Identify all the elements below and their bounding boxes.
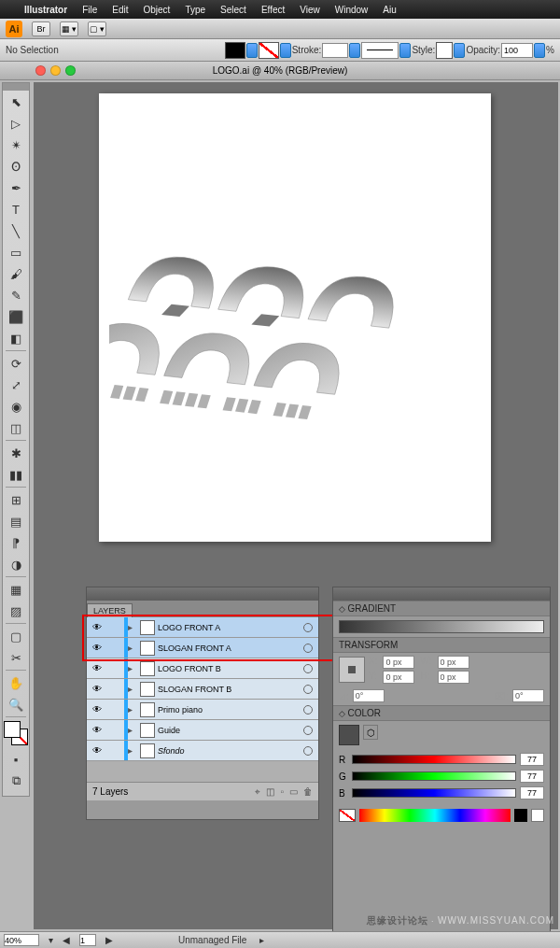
- minimize-window-icon[interactable]: [50, 65, 61, 76]
- stroke-weight-input[interactable]: [322, 43, 348, 58]
- target-icon[interactable]: [303, 623, 313, 632]
- disclosure-icon[interactable]: ▸: [128, 745, 137, 756]
- brush-dropdown[interactable]: [399, 43, 411, 58]
- disclosure-icon[interactable]: ▸: [128, 704, 137, 715]
- layer-name[interactable]: SLOGAN FRONT B: [158, 685, 303, 694]
- new-layer-icon[interactable]: ▭: [289, 786, 298, 798]
- zoom-window-icon[interactable]: [65, 65, 76, 76]
- reference-point-icon[interactable]: [339, 657, 365, 683]
- menu-aiu[interactable]: Aiu: [383, 5, 396, 15]
- menu-file[interactable]: File: [82, 5, 97, 15]
- disclosure-icon[interactable]: ▸: [128, 643, 137, 653]
- layer-row[interactable]: 👁▸LOGO FRONT A: [87, 617, 318, 638]
- delete-layer-icon[interactable]: 🗑: [303, 786, 313, 798]
- hand-tool[interactable]: ✋: [4, 672, 28, 693]
- gradient-tool[interactable]: ▤: [4, 511, 28, 531]
- menu-view[interactable]: View: [300, 5, 320, 15]
- symbol-sprayer-tool[interactable]: ✱: [4, 443, 28, 463]
- direct-selection-tool[interactable]: ▷: [4, 113, 28, 134]
- warp-tool[interactable]: ◉: [4, 396, 28, 417]
- free-transform-tool[interactable]: ◫: [4, 417, 28, 438]
- disclosure-icon[interactable]: ▸: [128, 663, 137, 673]
- visibility-icon[interactable]: 👁: [87, 663, 107, 673]
- opacity-input[interactable]: [501, 43, 533, 58]
- status-dropdown-icon[interactable]: ▸: [259, 935, 264, 945]
- layer-name[interactable]: SLOGAN FRONT A: [158, 644, 303, 653]
- eraser-tool[interactable]: ◧: [4, 328, 28, 348]
- artboard-tool[interactable]: ▢: [4, 626, 28, 646]
- page-prev-icon[interactable]: ◀: [63, 935, 70, 945]
- disclosure-icon[interactable]: ▸: [128, 684, 137, 694]
- visibility-icon[interactable]: 👁: [87, 684, 107, 694]
- y-input[interactable]: [383, 671, 414, 684]
- layer-row[interactable]: 👁▸Guide: [87, 720, 318, 741]
- r-slider[interactable]: [352, 755, 516, 764]
- eyedropper-tool[interactable]: ⁋: [4, 532, 28, 553]
- g-input[interactable]: [520, 770, 544, 783]
- layer-name[interactable]: Primo piano: [158, 705, 303, 715]
- target-icon[interactable]: [303, 726, 313, 735]
- selection-tool[interactable]: ⬉: [4, 92, 28, 112]
- stroke-dropdown[interactable]: [280, 43, 291, 58]
- page-next-icon[interactable]: ▶: [105, 935, 113, 945]
- menu-select[interactable]: Select: [220, 5, 246, 15]
- fill-stroke-control[interactable]: [4, 721, 28, 745]
- gradient-section-header[interactable]: ◇ GRADIENT: [333, 601, 550, 616]
- style-swatch[interactable]: [436, 42, 453, 59]
- disclosure-icon[interactable]: ▸: [128, 725, 137, 735]
- paintbrush-tool[interactable]: 🖌: [4, 263, 28, 284]
- brush-select[interactable]: [361, 42, 399, 59]
- locate-object-icon[interactable]: ⌖: [255, 786, 260, 798]
- mesh-tool[interactable]: ⊞: [4, 489, 28, 510]
- w-input[interactable]: [438, 656, 469, 669]
- menu-type[interactable]: Type: [185, 5, 205, 15]
- color-mode-icon[interactable]: ▪: [4, 749, 28, 770]
- layer-row[interactable]: 👁▸SLOGAN FRONT B: [87, 679, 318, 700]
- menu-edit[interactable]: Edit: [112, 5, 128, 15]
- gradient-preview[interactable]: [339, 620, 544, 633]
- none-color-icon[interactable]: [339, 809, 356, 822]
- pen-tool[interactable]: ✒: [4, 177, 28, 198]
- color-fill-swatch[interactable]: [339, 725, 359, 745]
- stroke-weight-dropdown[interactable]: [349, 43, 360, 58]
- blob-brush-tool[interactable]: ⬛: [4, 306, 28, 327]
- x-input[interactable]: [383, 656, 414, 669]
- live-paint-selection-tool[interactable]: ▨: [4, 601, 28, 621]
- stroke-swatch[interactable]: [259, 42, 279, 59]
- panel-grip-icon[interactable]: [3, 83, 29, 91]
- bridge-button[interactable]: Br: [32, 21, 50, 36]
- layer-row[interactable]: 👁▸LOGO FRONT B: [87, 658, 318, 679]
- graph-tool[interactable]: ▮▮: [4, 464, 28, 485]
- layer-row[interactable]: 👁▸Sfondo: [87, 741, 318, 761]
- shear-input[interactable]: [512, 689, 544, 702]
- menu-app[interactable]: Illustrator: [24, 5, 67, 15]
- layer-name[interactable]: LOGO FRONT B: [158, 664, 303, 673]
- rotate-tool[interactable]: ⟳: [4, 353, 28, 374]
- magic-wand-tool[interactable]: ✴: [4, 134, 28, 155]
- style-dropdown[interactable]: [454, 43, 465, 58]
- zoom-tool[interactable]: 🔍: [4, 694, 28, 715]
- scale-tool[interactable]: ⤢: [4, 375, 28, 395]
- opacity-dropdown[interactable]: [534, 43, 545, 58]
- zoom-input[interactable]: [4, 934, 39, 946]
- menu-window[interactable]: Window: [335, 5, 369, 15]
- disclosure-icon[interactable]: ▸: [128, 622, 137, 632]
- layer-row[interactable]: 👁▸Primo piano: [87, 700, 318, 720]
- panel-grip[interactable]: [87, 587, 318, 601]
- fill-swatch[interactable]: [225, 42, 245, 59]
- tab-layers[interactable]: LAYERS: [87, 603, 133, 617]
- target-icon[interactable]: [303, 705, 313, 715]
- close-window-icon[interactable]: [35, 65, 46, 76]
- layer-name[interactable]: Sfondo: [158, 746, 303, 756]
- menu-effect[interactable]: Effect: [261, 5, 285, 15]
- arrange-documents-button[interactable]: ▦ ▾: [60, 21, 78, 36]
- screen-mode-icon[interactable]: ⧉: [4, 771, 28, 791]
- artboard[interactable]: [99, 93, 491, 542]
- rectangle-tool[interactable]: ▭: [4, 242, 28, 262]
- g-slider[interactable]: [352, 771, 516, 781]
- pencil-tool[interactable]: ✎: [4, 285, 28, 305]
- panel-grip[interactable]: [333, 587, 550, 601]
- visibility-icon[interactable]: 👁: [87, 704, 107, 715]
- target-icon[interactable]: [303, 685, 313, 694]
- make-clip-mask-icon[interactable]: ◫: [266, 786, 274, 798]
